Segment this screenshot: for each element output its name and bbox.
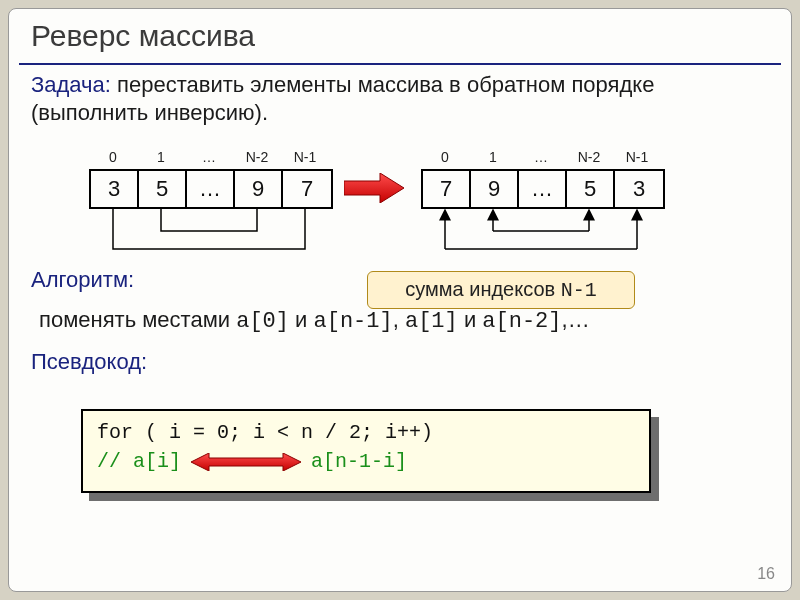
indices-right: 0 1 … N-2 N-1 xyxy=(421,149,661,165)
idx-cell: N-2 xyxy=(233,149,281,165)
svg-marker-5 xyxy=(191,453,301,471)
swap-c: a[1] xyxy=(405,309,458,334)
hint-callout: сумма индексов N-1 xyxy=(367,271,635,309)
svg-marker-0 xyxy=(344,173,404,203)
pseudocode-label: Псевдокод: xyxy=(31,349,147,375)
arr-cell: 5 xyxy=(139,171,187,207)
transform-arrow-icon xyxy=(344,173,404,203)
code-comment-right: a[n-1-i] xyxy=(311,450,407,473)
task-label: Задача: xyxy=(31,72,111,97)
swap-comma: , xyxy=(393,307,405,332)
array-left: 3 5 … 9 7 xyxy=(89,169,333,209)
idx-cell: … xyxy=(517,149,565,165)
arr-cell: 7 xyxy=(283,171,331,207)
arr-cell: 7 xyxy=(423,171,471,207)
hint-text: сумма индексов xyxy=(405,278,560,300)
arr-cell: … xyxy=(519,171,567,207)
idx-cell: N-2 xyxy=(565,149,613,165)
idx-cell: N-1 xyxy=(281,149,329,165)
indices-left: 0 1 … N-2 N-1 xyxy=(89,149,329,165)
slide: Реверс массива Задача: переставить элеме… xyxy=(8,8,792,592)
algorithm-label: Алгоритм: xyxy=(31,267,134,293)
title-underline xyxy=(19,63,781,65)
swap-d: a[n-2] xyxy=(482,309,561,334)
swap-and: и xyxy=(289,307,314,332)
swap-a: a[0] xyxy=(236,309,289,334)
swap-tail: ,… xyxy=(562,307,590,332)
arr-cell: 3 xyxy=(91,171,139,207)
algorithm-heading: Алгоритм: xyxy=(31,267,134,292)
code-box: for ( i = 0; i < n / 2; i++) // a[i] a[n… xyxy=(81,409,651,493)
swap-description: поменять местами a[0] и a[n-1], a[1] и a… xyxy=(39,307,771,334)
code-line-2: // a[i] a[n-1-i] xyxy=(97,450,635,473)
page-number: 16 xyxy=(757,565,775,583)
arr-cell: 9 xyxy=(235,171,283,207)
double-arrow-icon xyxy=(191,453,301,471)
arr-cell: 9 xyxy=(471,171,519,207)
task-paragraph: Задача: переставить элементы массива в о… xyxy=(31,71,771,126)
swap-prefix: поменять местами xyxy=(39,307,236,332)
task-body: переставить элементы массива в обратном … xyxy=(31,72,654,125)
page-title: Реверс массива xyxy=(31,19,255,53)
idx-cell: 0 xyxy=(89,149,137,165)
idx-cell: 0 xyxy=(421,149,469,165)
code-line-1: for ( i = 0; i < n / 2; i++) xyxy=(97,421,635,444)
hint-code: N-1 xyxy=(561,279,597,302)
idx-cell: N-1 xyxy=(613,149,661,165)
idx-cell: … xyxy=(185,149,233,165)
idx-cell: 1 xyxy=(137,149,185,165)
arr-cell: 5 xyxy=(567,171,615,207)
swap-b: a[n-1] xyxy=(314,309,393,334)
swap-and: и xyxy=(458,307,483,332)
array-right: 7 9 … 5 3 xyxy=(421,169,665,209)
code-comment-left: // a[i] xyxy=(97,450,181,473)
idx-cell: 1 xyxy=(469,149,517,165)
arr-cell: 3 xyxy=(615,171,663,207)
arr-cell: … xyxy=(187,171,235,207)
